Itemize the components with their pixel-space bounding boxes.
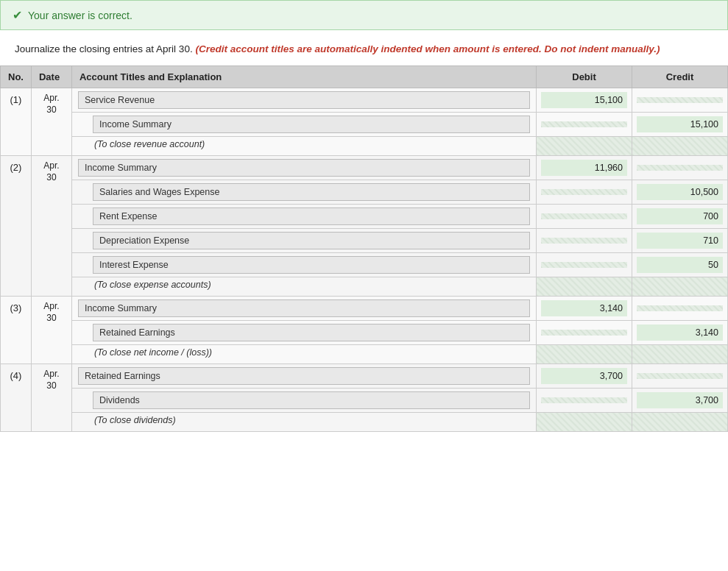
debit-input[interactable] bbox=[541, 213, 627, 219]
note-text: (To close expense accounts) bbox=[71, 277, 536, 297]
account-input[interactable]: Income Summary bbox=[78, 299, 530, 317]
table-row: (1)Apr.30Service Revenue15,100 bbox=[1, 88, 728, 113]
entry-no: (2) bbox=[1, 156, 32, 297]
account-input[interactable]: Retained Earnings bbox=[78, 367, 530, 385]
credit-cell: 3,140 bbox=[632, 321, 728, 345]
credit-input[interactable]: 700 bbox=[637, 208, 723, 224]
account-cell: Rent Expense bbox=[71, 205, 536, 229]
credit-cell: 10,500 bbox=[632, 180, 728, 205]
account-input[interactable]: Retained Earnings bbox=[93, 324, 530, 341]
note-debit-empty bbox=[537, 137, 632, 156]
account-cell: Income Summary bbox=[71, 156, 536, 180]
entry-date: Apr.30 bbox=[31, 364, 71, 432]
instructions: Journalize the closing entries at April … bbox=[0, 30, 728, 65]
credit-cell bbox=[632, 364, 728, 389]
table-row: (4)Apr.30Retained Earnings3,700 bbox=[1, 364, 728, 389]
debit-cell bbox=[537, 180, 632, 205]
account-cell: Dividends bbox=[71, 389, 536, 413]
debit-input[interactable] bbox=[541, 238, 627, 244]
credit-cell: 15,100 bbox=[632, 113, 728, 137]
table-row: Retained Earnings3,140 bbox=[1, 321, 728, 345]
col-header-no: No. bbox=[1, 66, 32, 88]
note-row: (To close dividends) bbox=[1, 413, 728, 432]
table-row: Salaries and Wages Expense10,500 bbox=[1, 180, 728, 205]
credit-input[interactable] bbox=[637, 97, 723, 103]
note-text: (To close revenue account) bbox=[71, 137, 536, 156]
debit-cell bbox=[537, 253, 632, 277]
note-credit-empty bbox=[632, 137, 728, 156]
account-input[interactable]: Income Summary bbox=[93, 116, 530, 133]
debit-input[interactable]: 11,960 bbox=[541, 160, 627, 176]
account-input[interactable]: Salaries and Wages Expense bbox=[93, 183, 530, 201]
note-debit-empty bbox=[537, 345, 632, 364]
col-header-date: Date bbox=[31, 66, 71, 88]
credit-cell: 50 bbox=[632, 253, 728, 277]
col-header-credit: Credit bbox=[632, 66, 728, 88]
credit-input[interactable]: 10,500 bbox=[637, 184, 723, 200]
entry-date: Apr.30 bbox=[31, 297, 71, 364]
account-cell: Salaries and Wages Expense bbox=[71, 180, 536, 205]
credit-input[interactable]: 3,700 bbox=[637, 392, 723, 408]
instructions-main: Journalize the closing entries at April … bbox=[15, 43, 193, 54]
table-row: Income Summary15,100 bbox=[1, 113, 728, 137]
credit-input[interactable] bbox=[637, 373, 723, 379]
credit-cell bbox=[632, 156, 728, 180]
note-credit-empty bbox=[632, 277, 728, 297]
success-banner: ✔ Your answer is correct. bbox=[0, 0, 728, 30]
table-row: Rent Expense700 bbox=[1, 205, 728, 229]
account-input[interactable]: Rent Expense bbox=[93, 208, 530, 225]
debit-cell bbox=[537, 229, 632, 253]
entry-no: (1) bbox=[1, 88, 32, 156]
instructions-italic: (Credit account titles are automatically… bbox=[195, 43, 660, 54]
debit-cell: 3,140 bbox=[537, 297, 632, 321]
account-input[interactable]: Income Summary bbox=[78, 159, 530, 177]
entry-no: (4) bbox=[1, 364, 32, 432]
debit-cell: 15,100 bbox=[537, 88, 632, 113]
table-row: (3)Apr.30Income Summary3,140 bbox=[1, 297, 728, 321]
debit-input[interactable]: 3,140 bbox=[541, 300, 627, 316]
debit-input[interactable] bbox=[541, 397, 627, 403]
credit-cell bbox=[632, 297, 728, 321]
credit-cell: 3,700 bbox=[632, 389, 728, 413]
table-row: Interest Expense50 bbox=[1, 253, 728, 277]
debit-cell bbox=[537, 205, 632, 229]
credit-input[interactable] bbox=[637, 305, 723, 311]
account-input[interactable]: Interest Expense bbox=[93, 256, 530, 274]
debit-input[interactable]: 3,700 bbox=[541, 368, 627, 384]
note-row: (To close net income / (loss)) bbox=[1, 345, 728, 364]
debit-input[interactable] bbox=[541, 330, 627, 336]
account-input[interactable]: Depreciation Expense bbox=[93, 232, 530, 249]
debit-cell: 3,700 bbox=[537, 364, 632, 389]
debit-input[interactable] bbox=[541, 121, 627, 127]
account-input[interactable]: Service Revenue bbox=[78, 91, 530, 109]
debit-cell bbox=[537, 389, 632, 413]
account-cell: Interest Expense bbox=[71, 253, 536, 277]
credit-input[interactable]: 15,100 bbox=[637, 116, 723, 132]
entry-date: Apr.30 bbox=[31, 88, 71, 156]
note-credit-empty bbox=[632, 413, 728, 432]
journal-table: No. Date Account Titles and Explanation … bbox=[0, 65, 728, 432]
credit-input[interactable] bbox=[637, 165, 723, 171]
debit-input[interactable] bbox=[541, 262, 627, 268]
note-text: (To close dividends) bbox=[71, 413, 536, 432]
note-row: (To close revenue account) bbox=[1, 137, 728, 156]
credit-cell: 700 bbox=[632, 205, 728, 229]
table-row: (2)Apr.30Income Summary11,960 bbox=[1, 156, 728, 180]
note-debit-empty bbox=[537, 413, 632, 432]
account-cell: Income Summary bbox=[71, 297, 536, 321]
credit-input[interactable]: 3,140 bbox=[637, 324, 723, 341]
account-cell: Depreciation Expense bbox=[71, 229, 536, 253]
debit-input[interactable]: 15,100 bbox=[541, 92, 627, 108]
note-row: (To close expense accounts) bbox=[1, 277, 728, 297]
credit-input[interactable]: 710 bbox=[637, 233, 723, 249]
col-header-account: Account Titles and Explanation bbox=[71, 66, 536, 88]
col-header-debit: Debit bbox=[537, 66, 632, 88]
credit-input[interactable]: 50 bbox=[637, 257, 723, 273]
debit-input[interactable] bbox=[541, 189, 627, 195]
debit-cell: 11,960 bbox=[537, 156, 632, 180]
account-cell: Service Revenue bbox=[71, 88, 536, 113]
account-input[interactable]: Dividends bbox=[93, 391, 530, 409]
entry-date: Apr.30 bbox=[31, 156, 71, 297]
note-debit-empty bbox=[537, 277, 632, 297]
note-credit-empty bbox=[632, 345, 728, 364]
